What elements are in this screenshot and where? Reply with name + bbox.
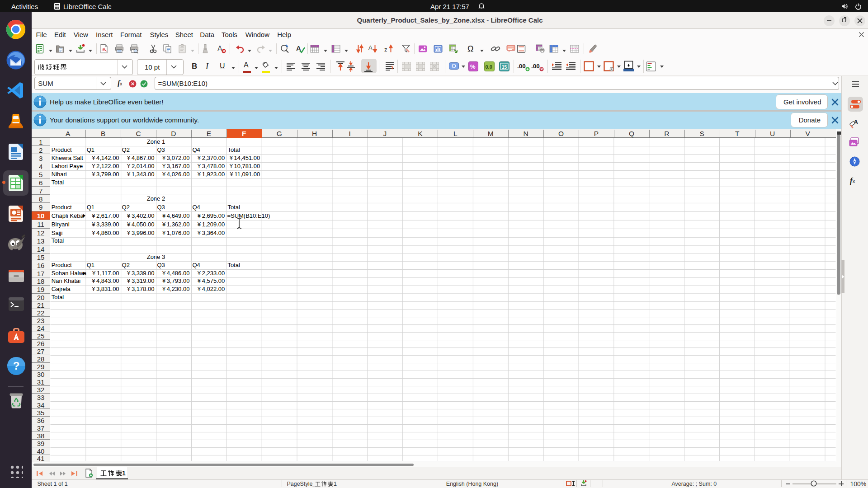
svg-text:A: A — [217, 45, 222, 52]
svg-text:?: ? — [13, 360, 20, 372]
svg-text:Ω: Ω — [467, 44, 473, 53]
svg-text:z: z — [384, 46, 387, 53]
svg-text:A: A — [102, 47, 105, 52]
svg-text:0.0: 0.0 — [486, 64, 492, 70]
svg-text:A: A — [368, 44, 373, 51]
svg-text:15: 15 — [502, 65, 507, 70]
svg-text:%: % — [470, 63, 476, 70]
